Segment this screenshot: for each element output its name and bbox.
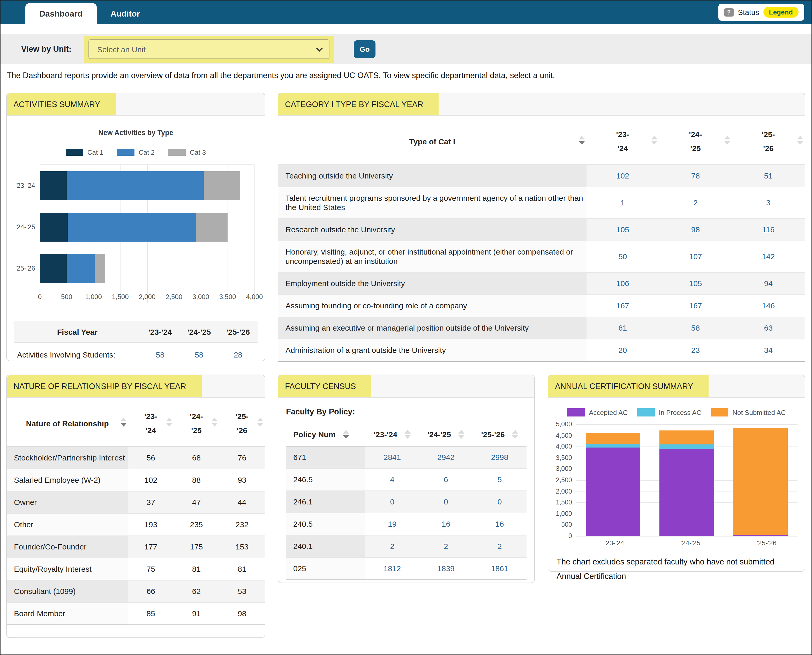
go-button[interactable]: Go [354, 40, 376, 58]
y-axis: 5,0004,5004,0003,5003,0002,5002,0001,500… [551, 424, 576, 536]
bar-segment-cat-2[interactable] [68, 213, 196, 241]
bar-segment-not-submitted-ac[interactable] [659, 431, 714, 444]
chart-caption: The chart excludes separated faculty who… [557, 555, 797, 584]
value-link-cell[interactable]: 16 [473, 513, 526, 535]
column-header-year[interactable]: '25-'26 [732, 116, 805, 165]
value-link-cell[interactable]: 58 [180, 343, 219, 367]
faculty-by-policy-label: Faculty By Policy: [286, 407, 534, 417]
bar-segment-not-submitted-ac[interactable] [734, 428, 788, 535]
nature-relationship-panel: NATURE OF RELATIONSHIP BY FISCAL YEAR Na… [6, 375, 265, 638]
column-header-year[interactable]: '23-'24 [586, 116, 659, 165]
value-link-cell[interactable]: 105 [586, 218, 659, 241]
legend-item: Cat 2 [117, 149, 155, 156]
value-link-cell[interactable]: 63 [732, 317, 805, 339]
value-link-cell[interactable]: 58 [141, 343, 180, 367]
value-link-cell[interactable]: 2 [473, 535, 526, 558]
value-link-cell[interactable]: 0 [419, 491, 473, 513]
value-link-cell[interactable]: 28 [218, 343, 258, 367]
bar-segment-cat-3[interactable] [196, 213, 227, 241]
value-link-cell[interactable]: 1 [586, 187, 659, 218]
bar-segment-cat-3[interactable] [204, 171, 240, 200]
value-link-cell[interactable]: 98 [659, 218, 732, 241]
value-link-cell[interactable]: 1839 [419, 558, 473, 580]
tab-auditor[interactable]: Auditor [97, 3, 154, 24]
value-link-cell[interactable]: 78 [659, 165, 732, 187]
legend-badge[interactable]: Legend [763, 7, 798, 18]
value-link-cell[interactable]: 146 [732, 295, 805, 317]
bar-segment-in-process-ac[interactable] [659, 445, 714, 449]
value-link-cell[interactable]: 58 [659, 317, 732, 339]
value-link-cell[interactable]: 2942 [419, 446, 473, 469]
legend-label: Accepted AC [589, 409, 628, 416]
header-label: Type of Cat I [409, 137, 455, 146]
value-link-cell[interactable]: 167 [659, 295, 732, 317]
row-label-cell: Teaching outside the University [278, 165, 586, 187]
column-header-year[interactable]: '24-'25 [659, 116, 732, 165]
unit-select[interactable]: Select an Unit [88, 39, 330, 59]
vbar-plot: 5,0004,5004,0003,5003,0002,5002,0001,500… [551, 424, 798, 536]
legend-label: In Process AC [659, 409, 701, 416]
column-header-year[interactable]: '25-'26 [219, 398, 265, 447]
value-link-cell[interactable]: 20 [586, 339, 659, 361]
column-header-year[interactable]: '23-'24 [365, 423, 419, 446]
bar-segment-in-process-ac[interactable] [586, 444, 640, 447]
value-link-cell[interactable]: 0 [473, 491, 526, 513]
value-link-cell[interactable]: 16 [419, 513, 473, 535]
value-link-cell[interactable]: 2 [659, 187, 732, 218]
column-header-name[interactable]: Policy Num [286, 423, 365, 446]
value-link-cell[interactable]: 5 [473, 469, 526, 491]
bar-segment-cat-2[interactable] [67, 254, 95, 283]
value-link-cell[interactable]: 1812 [365, 558, 419, 580]
value-link-cell[interactable]: 51 [732, 165, 805, 187]
column-header-year[interactable]: '25-'26 [473, 423, 526, 446]
value-link-cell[interactable]: 2 [365, 535, 419, 558]
column-header-name[interactable]: Type of Cat I [278, 116, 586, 165]
row-label-cell: 246.5 [286, 469, 365, 491]
value-link-cell[interactable]: 4 [365, 469, 419, 491]
table-row: Research outside the University10598116 [278, 218, 805, 241]
header-label: '25-'26 [481, 430, 505, 439]
value-link-cell[interactable]: 107 [659, 241, 732, 272]
value-link-cell[interactable]: 3 [732, 187, 805, 218]
value-link-cell[interactable]: 0 [365, 491, 419, 513]
bar-segment-cat-1[interactable] [40, 171, 67, 200]
chart-title: New Activities by Type [7, 129, 265, 137]
row-label-cell: 240.5 [286, 513, 365, 535]
value-link-cell[interactable]: 50 [586, 241, 659, 272]
value-link-cell[interactable]: 23 [659, 339, 732, 361]
bar-segment-accepted-ac[interactable] [586, 447, 640, 536]
value-link-cell[interactable]: 19 [365, 513, 419, 535]
table-row: Consultant (1099)666253 [7, 580, 265, 603]
x-tick-label: 2,500 [166, 293, 182, 301]
value-link-cell[interactable]: 142 [732, 241, 805, 272]
bar-segment-cat-1[interactable] [40, 254, 67, 283]
value-link-cell[interactable]: 2998 [473, 446, 526, 469]
column-header-year[interactable]: '24-'25 [173, 398, 219, 447]
value-link-cell[interactable]: 106 [586, 272, 659, 295]
bar-segment-cat-3[interactable] [95, 254, 105, 283]
value-cell: 88 [173, 469, 219, 491]
value-link-cell[interactable]: 105 [659, 272, 732, 295]
value-link-cell[interactable]: 116 [732, 218, 805, 241]
value-link-cell[interactable]: 2 [419, 535, 473, 558]
bar-segment-cat-1[interactable] [40, 213, 68, 241]
value-link-cell[interactable]: 94 [732, 272, 805, 295]
value-link-cell[interactable]: 61 [586, 317, 659, 339]
column-header-year[interactable]: '23-'24 [128, 398, 173, 447]
bar-segment-accepted-ac[interactable] [659, 449, 714, 536]
value-link-cell[interactable]: 6 [419, 469, 473, 491]
column-header-year[interactable]: '24-'25 [419, 423, 473, 446]
tab-dashboard[interactable]: Dashboard [25, 3, 97, 24]
bar-segment-cat-2[interactable] [67, 171, 204, 200]
y-tick-label: 1,500 [556, 499, 572, 506]
value-link-cell[interactable]: 2841 [365, 446, 419, 469]
sort-up-icon [212, 418, 218, 421]
value-link-cell[interactable]: 167 [586, 295, 659, 317]
bar-segment-not-submitted-ac[interactable] [586, 433, 640, 444]
value-link-cell[interactable]: 34 [732, 339, 805, 361]
value-link-cell[interactable]: 102 [586, 165, 659, 187]
column-header-name[interactable]: Nature of Relationship [7, 398, 128, 447]
status-legend-button[interactable]: ? Status Legend [718, 4, 804, 21]
bar-segment-accepted-ac[interactable] [734, 535, 788, 536]
value-link-cell[interactable]: 1861 [473, 558, 526, 580]
